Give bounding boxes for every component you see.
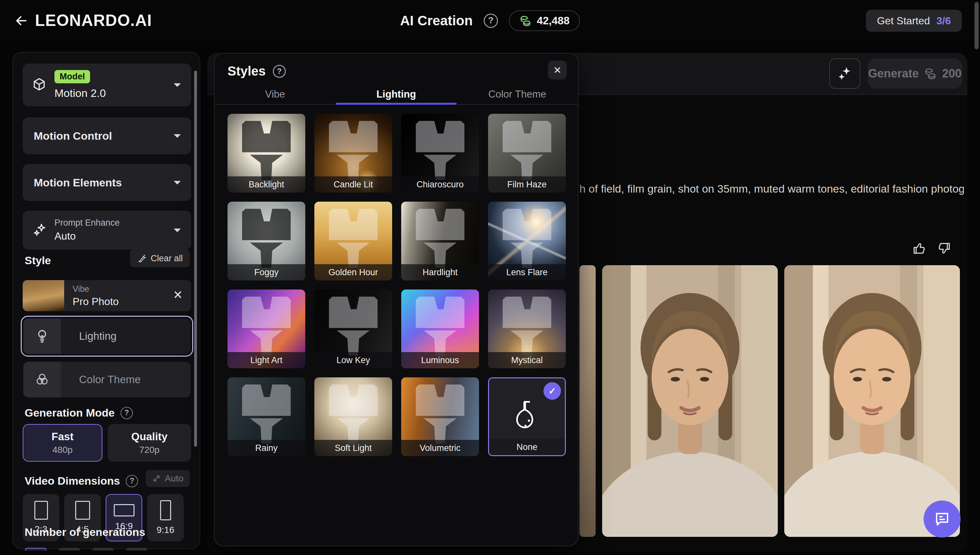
help-icon[interactable]: ? [484, 14, 498, 28]
style-tile[interactable]: ✓ Mystical [488, 289, 566, 368]
style-row-lighting[interactable]: Lighting [21, 316, 193, 357]
model-value: Motion 2.0 [54, 87, 106, 99]
styles-tab[interactable]: Lighting [336, 85, 457, 104]
style-tile[interactable]: ✓ Low Key [314, 289, 392, 368]
brush-glyph [329, 385, 378, 445]
style-tile-label: Light Art [227, 352, 305, 368]
styles-tab[interactable]: Color Theme [456, 85, 578, 104]
generated-image-partial[interactable] [580, 265, 596, 537]
brush-glyph [416, 209, 464, 269]
brush-glyph [329, 121, 378, 181]
remove-vibe-icon[interactable]: ✕ [173, 289, 183, 301]
chevron-down-icon [173, 82, 181, 88]
style-tile-label: Volumetric [401, 440, 479, 456]
style-tile-label: Hardlight [401, 264, 479, 281]
help-icon[interactable]: ? [273, 65, 286, 78]
bulb-icon [23, 318, 61, 354]
generation-mode-label: Generation Mode [25, 406, 115, 419]
generation-count-option[interactable] [126, 548, 147, 550]
style-tile[interactable]: ✓ Golden Hour [314, 202, 392, 281]
style-tile[interactable]: ✓ Chiaroscuro [401, 114, 479, 192]
vibe-style-chip[interactable]: Vibe Pro Photo ✕ [23, 280, 191, 311]
generate-label: Generate [868, 67, 919, 80]
styles-tab[interactable]: Vibe [215, 85, 336, 104]
diagonal-arrows-icon [152, 474, 161, 483]
mode-label: Quality [131, 430, 168, 443]
style-tile-label: Lens Flare [488, 264, 566, 281]
leonardo-logo[interactable]: LEONARDO.AI [35, 11, 152, 30]
chat-support-button[interactable] [924, 500, 961, 537]
generated-image[interactable] [602, 265, 778, 537]
style-tile-label: Chiaroscuro [401, 176, 479, 192]
style-tile-label: Mystical [488, 352, 566, 368]
color-circles-icon [23, 362, 61, 398]
generation-mode-option[interactable]: Fast 480p [23, 424, 102, 462]
styles-tabs: VibeLightingColor Theme [215, 85, 578, 105]
back-arrow-icon[interactable] [14, 13, 29, 29]
mode-label: Fast [51, 430, 74, 443]
clear-all-label: Clear all [151, 253, 183, 263]
topbar-center: AI Creation ? 42,488 [400, 0, 580, 41]
get-started-progress: 3/6 [937, 15, 951, 27]
style-tile[interactable]: ✓ Backlight [227, 114, 305, 192]
app-root: Generate 200 h of field, film grain, sho… [0, 0, 980, 555]
thumbs-up-icon[interactable] [912, 241, 927, 256]
aspect-ratio-option[interactable]: 9:16 [147, 494, 184, 541]
style-tile[interactable]: ✓ Foggy [227, 202, 305, 281]
sidebar-scrollbar[interactable] [194, 71, 197, 447]
model-badge: Model [54, 70, 90, 83]
style-tile-label: Soft Light [314, 440, 392, 456]
style-tile[interactable]: ✓ Lens Flare [488, 202, 566, 281]
auto-label: Auto [165, 473, 183, 484]
thumbs-down-icon[interactable] [936, 241, 951, 256]
aspect-ratio-icon [34, 501, 48, 520]
styles-panel-title: Styles ? [227, 64, 286, 79]
styles-title-label: Styles [227, 64, 266, 79]
brush-glyph [242, 209, 291, 269]
generation-mode-heading: Generation Mode ? [25, 406, 133, 419]
prompt-enhance-button[interactable] [829, 58, 860, 89]
auto-dimensions-button[interactable]: Auto [146, 470, 190, 487]
clear-all-button[interactable]: Clear all [130, 250, 190, 267]
aspect-ratio-label: 9:16 [157, 525, 175, 535]
prompt-enhance-select[interactable]: Prompt Enhance Auto [23, 211, 191, 250]
generation-count-option[interactable] [92, 548, 114, 550]
coins-icon [924, 67, 937, 80]
aspect-ratio-icon [114, 504, 135, 517]
section-label: Motion Elements [34, 176, 122, 189]
number-of-generations-heading: Number of generations [25, 526, 145, 539]
style-tile[interactable]: ✓ Volumetric [401, 377, 479, 456]
style-tile[interactable]: ✓ Rainy [227, 377, 305, 456]
feedback-buttons [912, 241, 951, 256]
style-tile[interactable]: ✓ Light Art [227, 289, 305, 368]
prompt-enhance-label: Prompt Enhance [54, 218, 120, 228]
style-tile[interactable]: ✓ Soft Light [314, 377, 392, 456]
close-panel-button[interactable]: ✕ [548, 61, 567, 79]
generate-button[interactable]: Generate 200 [868, 58, 962, 89]
help-icon[interactable]: ? [126, 475, 138, 487]
brush-glyph [329, 297, 378, 357]
topbar: LEONARDO.AI AI Creation ? 42,488 Get Sta… [0, 0, 980, 41]
style-tile[interactable]: ✓ Hardlight [401, 202, 479, 281]
help-icon[interactable]: ? [120, 407, 133, 419]
style-row-color-theme[interactable]: Color Theme [21, 359, 193, 400]
generation-count-option[interactable] [25, 548, 46, 550]
style-tile[interactable]: ✓ Luminous [401, 289, 479, 368]
generated-image[interactable] [784, 265, 960, 537]
style-tile-label: Low Key [314, 352, 392, 368]
brush-glyph [242, 121, 291, 181]
generation-mode-option[interactable]: Quality 720p [107, 424, 191, 462]
model-select[interactable]: Model Motion 2.0 [23, 64, 191, 106]
credits-pill[interactable]: 42,488 [509, 10, 580, 31]
sparkles-icon [32, 222, 47, 237]
style-tile-label: Luminous [401, 352, 479, 368]
collapsible-section[interactable]: Motion Elements [23, 164, 191, 201]
style-tile[interactable]: ✓ None [488, 377, 566, 456]
style-tile[interactable]: ✓ Candle Lit [314, 114, 392, 192]
get-started-button[interactable]: Get Started 3/6 [866, 10, 962, 32]
window-scrollbar[interactable] [975, 2, 979, 49]
sparkles-icon [837, 66, 853, 81]
collapsible-section[interactable]: Motion Control [23, 117, 191, 154]
generation-count-option[interactable] [59, 548, 80, 550]
style-tile[interactable]: ✓ Film Haze [488, 114, 566, 192]
